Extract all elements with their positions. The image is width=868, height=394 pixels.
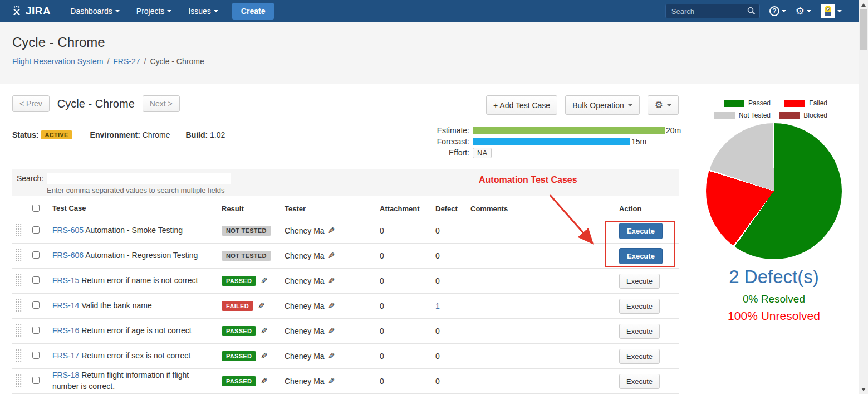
bulk-operation-button[interactable]: Bulk Operation bbox=[565, 95, 640, 115]
table-search-input[interactable] bbox=[47, 173, 231, 184]
status-label: Status: bbox=[12, 130, 38, 139]
chevron-down-icon bbox=[167, 10, 171, 12]
edit-tester-icon[interactable]: ✎ bbox=[328, 301, 335, 311]
scroll-down-arrow[interactable] bbox=[859, 385, 868, 394]
navbar-search-input[interactable] bbox=[665, 4, 760, 18]
build-value: 1.02 bbox=[210, 130, 225, 139]
vertical-scrollbar[interactable] bbox=[859, 0, 868, 394]
select-all-checkbox[interactable] bbox=[32, 205, 40, 212]
row-checkbox[interactable] bbox=[32, 377, 40, 384]
test-case-link[interactable]: FRS-14 bbox=[52, 301, 79, 310]
nav-projects-label: Projects bbox=[136, 7, 165, 16]
jira-logo-icon bbox=[11, 6, 22, 17]
drag-handle-icon[interactable] bbox=[16, 274, 22, 287]
drag-handle-icon[interactable] bbox=[16, 374, 22, 387]
defect-count: 0 bbox=[435, 327, 470, 335]
edit-tester-icon[interactable]: ✎ bbox=[328, 226, 335, 236]
legend-label: Failed bbox=[809, 99, 827, 107]
execute-button[interactable]: Execute bbox=[619, 223, 663, 239]
edit-result-icon[interactable]: ✎ bbox=[261, 376, 268, 386]
row-checkbox[interactable] bbox=[32, 251, 40, 259]
user-menu[interactable] bbox=[821, 4, 842, 18]
estimate-label: Estimate: bbox=[433, 126, 469, 135]
create-button[interactable]: Create bbox=[232, 3, 274, 20]
breadcrumb: Flight Reservation System/FRS-27/Cycle -… bbox=[12, 57, 204, 66]
row-checkbox[interactable] bbox=[32, 276, 40, 284]
resolved-text: 0% Resolved bbox=[690, 293, 857, 305]
jira-logo[interactable]: JIRA bbox=[11, 5, 51, 17]
edit-result-icon[interactable]: ✎ bbox=[261, 326, 268, 336]
row-checkbox[interactable] bbox=[32, 327, 40, 334]
nav-right: ? ⚙ bbox=[665, 4, 842, 18]
table-row: FRS-16 Return error if age is not correc… bbox=[12, 319, 679, 344]
edit-result-icon[interactable]: ✎ bbox=[261, 351, 268, 361]
test-case-link[interactable]: FRS-17 bbox=[52, 351, 79, 360]
row-checkbox[interactable] bbox=[32, 301, 40, 309]
drag-handle-icon[interactable] bbox=[16, 223, 22, 237]
search-icon[interactable] bbox=[747, 7, 756, 15]
row-checkbox[interactable] bbox=[32, 352, 40, 359]
help-menu[interactable]: ? bbox=[769, 6, 786, 16]
execute-button[interactable]: Execute bbox=[619, 324, 660, 339]
legend-item: Passed bbox=[690, 99, 774, 107]
breadcrumb-project-link[interactable]: Flight Reservation System bbox=[12, 57, 103, 66]
header-tester: Tester bbox=[285, 205, 380, 213]
cycle-nav: < Prev Cycle - Chrome Next > bbox=[12, 95, 180, 112]
edit-tester-icon[interactable]: ✎ bbox=[328, 376, 335, 386]
execute-button[interactable]: Execute bbox=[619, 299, 660, 314]
table-header-row: Test Case Result Tester Attachment Defec… bbox=[12, 200, 679, 218]
tester-name: Cheney Ma bbox=[285, 226, 325, 235]
defect-count: 0 bbox=[435, 251, 470, 260]
scroll-up-arrow[interactable] bbox=[859, 0, 868, 9]
tester-name: Cheney Ma bbox=[285, 251, 325, 260]
effort-value[interactable]: NA bbox=[473, 148, 492, 158]
attachment-count: 0 bbox=[380, 226, 435, 235]
chevron-down-icon bbox=[782, 10, 786, 12]
prev-cycle-button[interactable]: < Prev bbox=[12, 95, 50, 112]
edit-tester-icon[interactable]: ✎ bbox=[328, 351, 335, 361]
defect-count: 0 bbox=[435, 377, 470, 386]
breadcrumb-issue-link[interactable]: FRS-27 bbox=[113, 57, 140, 66]
avatar bbox=[821, 4, 835, 18]
edit-result-icon[interactable]: ✎ bbox=[261, 276, 268, 286]
add-test-case-button[interactable]: + Add Test Case bbox=[486, 95, 557, 115]
nav-menus: Dashboards Projects Issues bbox=[63, 1, 225, 21]
edit-tester-icon[interactable]: ✎ bbox=[328, 251, 335, 261]
chevron-down-icon bbox=[837, 10, 842, 12]
test-case-table: Test Case Result Tester Attachment Defec… bbox=[12, 200, 679, 394]
result-badge: PASSED bbox=[222, 276, 256, 286]
test-case-link[interactable]: FRS-606 bbox=[52, 251, 84, 260]
gear-icon: ⚙ bbox=[796, 6, 805, 16]
next-cycle-button[interactable]: Next > bbox=[143, 95, 180, 112]
drag-handle-icon[interactable] bbox=[16, 324, 22, 337]
execute-button[interactable]: Execute bbox=[619, 274, 660, 289]
row-checkbox[interactable] bbox=[32, 226, 40, 234]
nav-issues[interactable]: Issues bbox=[181, 1, 225, 21]
nav-dashboards[interactable]: Dashboards bbox=[63, 1, 127, 21]
nav-projects[interactable]: Projects bbox=[129, 1, 179, 21]
drag-handle-icon[interactable] bbox=[16, 249, 22, 262]
cycle-settings-button[interactable]: ⚙ bbox=[648, 95, 679, 115]
nav-search bbox=[665, 4, 760, 18]
execute-button[interactable]: Execute bbox=[619, 248, 663, 264]
test-case-link[interactable]: FRS-16 bbox=[52, 326, 79, 335]
edit-result-icon[interactable]: ✎ bbox=[258, 301, 265, 311]
execute-button[interactable]: Execute bbox=[619, 374, 660, 389]
edit-tester-icon[interactable]: ✎ bbox=[328, 276, 335, 286]
edit-tester-icon[interactable]: ✎ bbox=[328, 326, 335, 336]
execute-button[interactable]: Execute bbox=[619, 349, 660, 364]
scrollbar-thumb[interactable] bbox=[860, 9, 867, 50]
result-badge: PASSED bbox=[222, 376, 256, 386]
test-case-link[interactable]: FRS-18 bbox=[52, 371, 79, 380]
test-case-link[interactable]: FRS-605 bbox=[52, 226, 84, 235]
chevron-down-icon bbox=[115, 10, 120, 12]
admin-menu[interactable]: ⚙ bbox=[796, 6, 811, 16]
header-test-case: Test Case bbox=[52, 203, 222, 213]
table-row: FRS-14 Valid the bank name FAILED ✎ Chen… bbox=[12, 294, 679, 319]
drag-handle-icon[interactable] bbox=[16, 299, 22, 312]
nav-issues-label: Issues bbox=[188, 7, 210, 16]
test-case-link[interactable]: FRS-15 bbox=[52, 276, 79, 285]
drag-handle-icon[interactable] bbox=[16, 349, 22, 362]
execution-summary-panel: Passed Failed Not Tested Blocked 2 Defec… bbox=[690, 99, 857, 323]
test-case-summary: Return error if age is not correct bbox=[81, 326, 192, 335]
